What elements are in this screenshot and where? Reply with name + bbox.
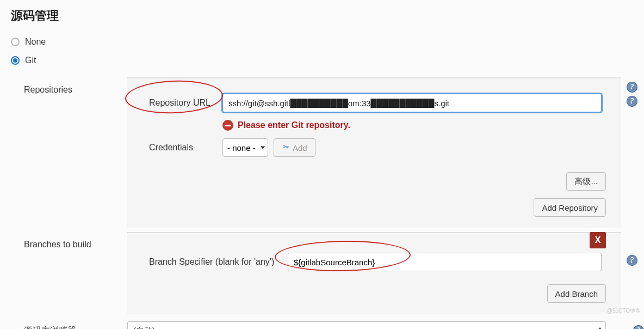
- help-icon[interactable]: ?: [633, 325, 644, 329]
- advanced-label: 高级...: [574, 176, 598, 187]
- repo-url-input[interactable]: [222, 94, 602, 112]
- scm-radio-group: None Git: [0, 29, 644, 75]
- repo-browser-label: 源码库浏览器: [24, 325, 127, 330]
- branches-panel: X Branch Specifier (blank for 'any') ? A…: [127, 232, 621, 314]
- delete-branch-button[interactable]: X: [590, 232, 606, 248]
- help-icon[interactable]: ?: [627, 82, 637, 93]
- error-icon: [222, 120, 233, 131]
- credentials-select[interactable]: - none -: [222, 138, 268, 157]
- repositories-label: Repositories: [24, 77, 127, 95]
- scm-option-git[interactable]: Git: [11, 51, 644, 70]
- watermark: @51CTO博客: [607, 307, 641, 315]
- add-repo-label: Add Repository: [542, 203, 598, 212]
- branch-specifier-input[interactable]: [288, 253, 602, 271]
- add-credentials-label: Add: [293, 143, 307, 153]
- error-text: Please enter Git repository.: [238, 120, 350, 130]
- repo-browser-value: (自动): [133, 326, 155, 330]
- key-icon: [282, 143, 289, 153]
- help-icon[interactable]: ?: [627, 96, 637, 107]
- radio-label: Git: [25, 56, 36, 65]
- branches-label: Branches to build: [24, 232, 127, 249]
- add-branch-button[interactable]: Add Branch: [547, 284, 606, 303]
- add-credentials-button[interactable]: Add: [274, 138, 315, 157]
- section-title: 源码管理: [0, 0, 644, 29]
- scm-option-none[interactable]: None: [11, 33, 644, 51]
- radio-label: None: [25, 37, 46, 47]
- credentials-label: Credentials: [149, 143, 222, 153]
- add-branch-label: Add Branch: [555, 289, 598, 298]
- credentials-select-wrap[interactable]: - none -: [222, 138, 268, 157]
- radio-icon: [11, 38, 20, 46]
- add-repository-button[interactable]: Add Repository: [534, 198, 606, 217]
- branch-specifier-label: Branch Specifier (blank for 'any'): [149, 257, 288, 267]
- repositories-panel: ? Repository URL ? Please enter Git repo…: [127, 77, 621, 228]
- advanced-button[interactable]: 高级...: [566, 172, 606, 191]
- repo-browser-select[interactable]: (自动): [127, 321, 606, 329]
- repo-url-error: Please enter Git repository.: [127, 117, 621, 134]
- repo-url-label: Repository URL: [149, 98, 222, 108]
- radio-icon: [11, 56, 20, 65]
- help-icon[interactable]: ?: [627, 255, 637, 266]
